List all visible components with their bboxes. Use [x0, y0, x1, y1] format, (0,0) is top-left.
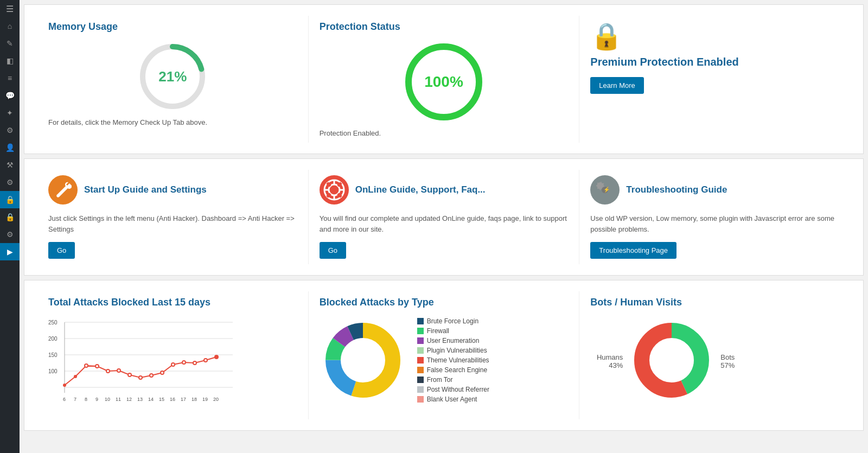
troubleshooting-title: Troubleshooting Guide	[626, 184, 727, 195]
legend-user-enum: User Enumeration	[417, 337, 489, 344]
sidebar-item-posts[interactable]: ✎	[0, 35, 20, 52]
startup-guide-title: Start Up Guide and Settings	[84, 184, 207, 195]
svg-point-27	[117, 369, 120, 372]
sidebar-item-plugins[interactable]: ⚙	[0, 122, 20, 139]
svg-text:10: 10	[105, 397, 110, 402]
svg-point-35	[204, 359, 207, 362]
sidebar-item-appearance[interactable]: ✦	[0, 104, 20, 122]
attacks-chart-panel: Total Attacks Blocked Last 15 days 250	[37, 291, 309, 419]
legend-color-blank-user-agent	[417, 396, 424, 403]
legend-false-search: False Search Engine	[417, 366, 489, 374]
legend-color-post-no-referrer	[417, 386, 424, 393]
memory-panel: Memory Usage 21% For details, click the …	[37, 16, 309, 143]
svg-point-22	[63, 384, 66, 387]
sidebar-item-tools[interactable]: ⚒	[0, 156, 20, 174]
legend-label-brute: Brute Force Login	[427, 317, 478, 325]
legend-firewall: Firewall	[417, 327, 489, 335]
legend-label-plugin-vuln: Plugin Vulnerabilities	[427, 347, 487, 354]
svg-point-32	[171, 363, 175, 366]
bots-humans-panel: Bots / Human Visits Humans43%	[579, 291, 850, 419]
bots-label: Bots57%	[720, 353, 735, 369]
sidebar-item-media[interactable]: ◧	[0, 52, 20, 69]
bots-humans-donut	[628, 317, 715, 406]
sidebar-item-home[interactable]: ⌂	[0, 17, 20, 35]
sidebar-item-config[interactable]: ⚙	[0, 226, 20, 243]
protection-circle: 100%	[403, 41, 484, 123]
protection-title: Protection Status	[320, 21, 569, 33]
memory-circle: 21%	[137, 41, 208, 112]
legend-label-post-no-referrer: Post Without Referrer	[427, 386, 489, 393]
legend-blank-user-agent: Blank User Agent	[417, 395, 489, 403]
memory-title: Memory Usage	[48, 21, 297, 33]
protection-circle-container: 100%	[320, 41, 569, 123]
startup-guide-icon	[48, 175, 78, 205]
sidebar-item-pages[interactable]: ≡	[0, 69, 20, 87]
legend-label-from-tor: From Tor	[427, 376, 453, 384]
memory-note: For details, click the Memory Check Up T…	[48, 118, 297, 126]
svg-text:12: 12	[126, 397, 132, 402]
svg-text:14: 14	[148, 397, 154, 402]
online-guide-desc: You will find our complete and updated O…	[320, 213, 569, 234]
troubleshooting-page-button[interactable]: Troubleshooting Page	[590, 242, 676, 259]
sidebar-item-security[interactable]: 🔒	[0, 191, 20, 208]
svg-point-34	[193, 361, 196, 365]
troubleshooting-header: ⚡ Troubleshooting Guide	[590, 175, 839, 205]
memory-percent: 21%	[158, 68, 187, 85]
svg-point-26	[106, 369, 110, 373]
donut-container: Brute Force Login Firewall User Enumerat…	[320, 317, 569, 406]
startup-guide-button[interactable]: Go	[48, 242, 75, 259]
sidebar-item-menu[interactable]: ☰	[0, 0, 20, 17]
svg-point-60	[650, 339, 693, 382]
attacks-chart-title: Total Attacks Blocked Last 15 days	[48, 297, 297, 308]
svg-text:19: 19	[202, 397, 208, 402]
line-chart-container: 250 200 150 100	[48, 317, 297, 414]
troubleshooting-icon: ⚡	[590, 175, 620, 205]
svg-point-31	[161, 371, 164, 374]
startup-guide-header: Start Up Guide and Settings	[48, 175, 297, 205]
svg-text:11: 11	[116, 397, 121, 402]
online-guide-icon	[320, 175, 349, 205]
svg-point-30	[150, 374, 153, 377]
bots-humans-title: Bots / Human Visits	[590, 297, 839, 308]
top-section: Memory Usage 21% For details, click the …	[24, 4, 864, 154]
stats-section: Total Attacks Blocked Last 15 days 250	[24, 280, 864, 431]
legend-label-firewall: Firewall	[427, 327, 449, 335]
legend-theme-vuln: Theme Vulnerabilities	[417, 356, 489, 364]
learn-more-button[interactable]: Learn More	[590, 77, 643, 94]
troubleshooting-desc: Use old WP version, Low memory, some plu…	[590, 213, 839, 234]
sidebar-item-security2[interactable]: 🔒	[0, 208, 20, 226]
legend-label-blank-user-agent: Blank User Agent	[427, 395, 477, 403]
blocked-type-title: Blocked Attacks by Type	[320, 297, 569, 308]
legend-brute-force: Brute Force Login	[417, 317, 489, 325]
sidebar-item-users[interactable]: 👤	[0, 139, 20, 156]
legend-color-firewall	[417, 328, 424, 334]
legend-post-no-referrer: Post Without Referrer	[417, 386, 489, 393]
bots-label-right: Bots57%	[720, 353, 748, 369]
premium-panel: 🔒 Premium Protection Enabled Learn More	[579, 16, 850, 143]
blocked-type-legend: Brute Force Login Firewall User Enumerat…	[417, 317, 489, 405]
sidebar-item-play[interactable]: ▶	[0, 243, 20, 260]
online-guide-panel: OnLine Guide, Support, Faq... You will f…	[309, 170, 580, 264]
svg-text:16: 16	[170, 397, 175, 402]
main-content: Memory Usage 21% For details, click the …	[20, 0, 868, 453]
svg-point-23	[74, 375, 77, 378]
svg-text:250: 250	[48, 320, 58, 326]
svg-point-28	[128, 373, 131, 377]
svg-point-36	[214, 355, 219, 359]
protection-note: Protection Enabled.	[320, 129, 569, 137]
svg-point-24	[85, 364, 88, 367]
svg-text:20: 20	[213, 397, 219, 402]
legend-color-from-tor	[417, 377, 424, 383]
sidebar: ☰ ⌂ ✎ ◧ ≡ 💬 ✦ ⚙ 👤 ⚒ ⚙ 🔒 🔒 ⚙ ▶	[0, 0, 20, 453]
svg-text:⚡: ⚡	[603, 186, 610, 193]
startup-guide-desc: Just click Settings in the left menu (An…	[48, 213, 297, 234]
online-guide-button[interactable]: Go	[320, 242, 346, 259]
protection-panel: Protection Status 100% Protection Enable…	[309, 16, 580, 143]
sidebar-item-comments[interactable]: 💬	[0, 87, 20, 104]
online-guide-title: OnLine Guide, Support, Faq...	[355, 184, 486, 195]
svg-text:200: 200	[48, 336, 58, 342]
svg-point-29	[139, 376, 142, 379]
memory-circle-container: 21%	[48, 41, 297, 112]
sidebar-item-settings[interactable]: ⚙	[0, 174, 20, 191]
legend-plugin-vuln: Plugin Vulnerabilities	[417, 347, 489, 354]
